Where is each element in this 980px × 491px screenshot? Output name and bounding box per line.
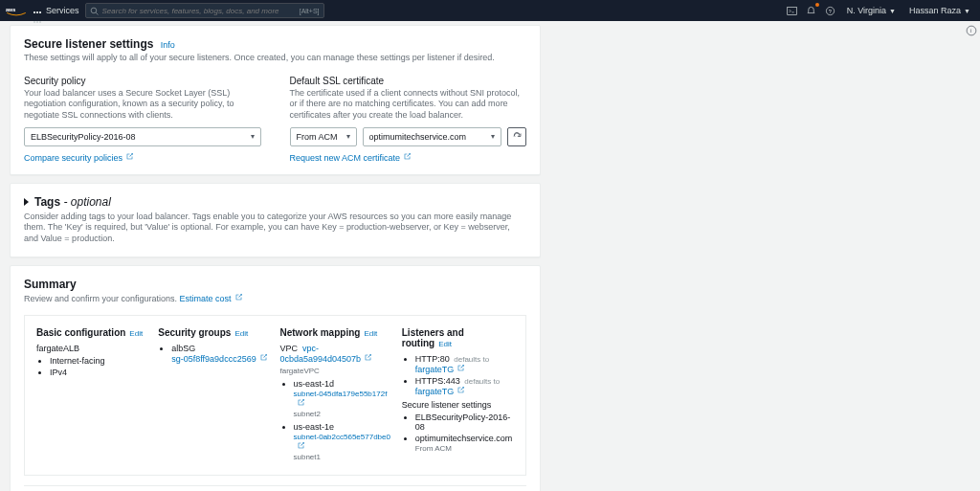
list-item: optimumitechservice.com From ACM <box>415 434 514 453</box>
aws-logo[interactable]: aws <box>6 4 27 17</box>
summary-panel: Summary Review and confirm your configur… <box>10 265 541 491</box>
listeners-routing-col: Listeners and routingEdit HTTP:80 defaul… <box>402 327 514 463</box>
estimate-cost-link[interactable]: Estimate cost <box>180 294 243 303</box>
services-label: Services <box>46 6 79 15</box>
security-policy-select[interactable]: ELBSecurityPolicy-2016-08 <box>24 127 261 146</box>
security-policy-label: Security policy <box>24 76 261 86</box>
list-item: Internet-facing <box>50 356 148 366</box>
refresh-icon <box>512 131 523 142</box>
svg-point-1 <box>91 8 97 13</box>
summary-title: Summary <box>24 278 526 291</box>
search-input[interactable] <box>102 7 296 15</box>
list-item: albSG sg-05f8ff9a9dccc2569 <box>171 344 270 364</box>
secure-listener-desc: These settings will apply to all of your… <box>24 53 526 64</box>
list-item: HTTP:80 defaults to fargateTG <box>415 354 514 374</box>
summary-grid: Basic configurationEdit fargateALB Inter… <box>24 315 526 476</box>
subnet1-link[interactable]: subnet-045dfa179e55b172f <box>294 390 388 409</box>
svg-line-2 <box>96 12 98 14</box>
sg-id-link[interactable]: sg-05f8ff9a9dccc2569 <box>171 354 267 364</box>
notifications-icon[interactable] <box>805 4 818 17</box>
search-box[interactable]: [Alt+S] <box>85 3 324 18</box>
basic-config-col: Basic configurationEdit fargateALB Inter… <box>36 327 148 463</box>
sls-subtitle: Secure listener settings <box>402 400 514 410</box>
list-item: us-east-1e subnet-0ab2cc565e577dbe0 subn… <box>294 422 392 461</box>
grid-icon <box>33 6 42 15</box>
info-link[interactable]: Info <box>161 40 175 50</box>
edit-network-link[interactable]: Edit <box>364 329 377 338</box>
security-groups-col: Security groupsEdit albSG sg-05f8ff9a9dc… <box>158 327 270 463</box>
summary-desc: Review and confirm your configurations. … <box>24 293 526 305</box>
cert-value-select[interactable]: optimumitechservice.com <box>363 127 502 146</box>
list-item: IPv4 <box>50 368 148 377</box>
help-icon[interactable]: ? <box>824 4 837 17</box>
lb-name: fargateALB <box>36 344 148 353</box>
svg-text:aws: aws <box>6 7 15 12</box>
info-panel-toggle[interactable]: i <box>963 21 980 40</box>
edit-basic-link[interactable]: Edit <box>129 329 143 338</box>
network-mapping-col: Network mappingEdit VPC vpc-0cbda5a994d0… <box>280 327 392 463</box>
vpc-name: fargateVPC <box>280 367 392 375</box>
search-shortcut: [Alt+S] <box>300 8 320 14</box>
account-menu[interactable]: Hassan Raza▼ <box>905 6 974 15</box>
tg-link[interactable]: fargateTG <box>415 365 466 374</box>
tags-toggle[interactable]: Tags - optional <box>24 195 526 209</box>
ssl-cert-label: Default SSL certificate <box>290 76 527 86</box>
security-policy-help: Your load balancer uses a Secure Socket … <box>24 88 261 122</box>
edit-routing-link[interactable]: Edit <box>438 340 452 348</box>
svg-rect-3 <box>788 7 797 14</box>
tg-link2[interactable]: fargateTG <box>415 387 466 396</box>
secure-listener-title: Secure listener settings Info <box>24 37 526 51</box>
caret-right-icon <box>24 198 29 206</box>
search-icon <box>90 7 99 15</box>
region-selector[interactable]: N. Virginia▼ <box>843 6 900 15</box>
list-item: HTTPS:443 defaults to fargateTG <box>415 376 514 396</box>
secure-listener-panel: Secure listener settings Info These sett… <box>10 25 541 175</box>
cert-source-select[interactable]: From ACM <box>290 127 357 146</box>
request-cert-link[interactable]: Request new ACM certificate <box>290 153 412 163</box>
tags-panel: Tags - optional Consider adding tags to … <box>10 183 541 257</box>
subnet2-link[interactable]: subnet-0ab2cc565e577dbe0 <box>294 433 390 452</box>
cloudshell-icon[interactable] <box>786 4 799 17</box>
svg-text:i: i <box>970 28 971 33</box>
tags-desc: Consider adding tags to your load balanc… <box>24 212 526 245</box>
svg-text:?: ? <box>829 8 832 13</box>
compare-policies-link[interactable]: Compare security policies <box>24 153 134 163</box>
services-menu[interactable]: Services <box>33 6 79 15</box>
list-item: ELBSecurityPolicy-2016-08 <box>415 413 514 432</box>
top-nav: aws Services [Alt+S] ? N. Virginia▼ Hass… <box>0 0 980 21</box>
ssl-cert-help: The certificate used if a client connect… <box>290 88 527 122</box>
refresh-button[interactable] <box>507 127 526 146</box>
list-item: us-east-1d subnet-045dfa179e55b172f subn… <box>294 379 392 418</box>
edit-sg-link[interactable]: Edit <box>234 329 248 338</box>
